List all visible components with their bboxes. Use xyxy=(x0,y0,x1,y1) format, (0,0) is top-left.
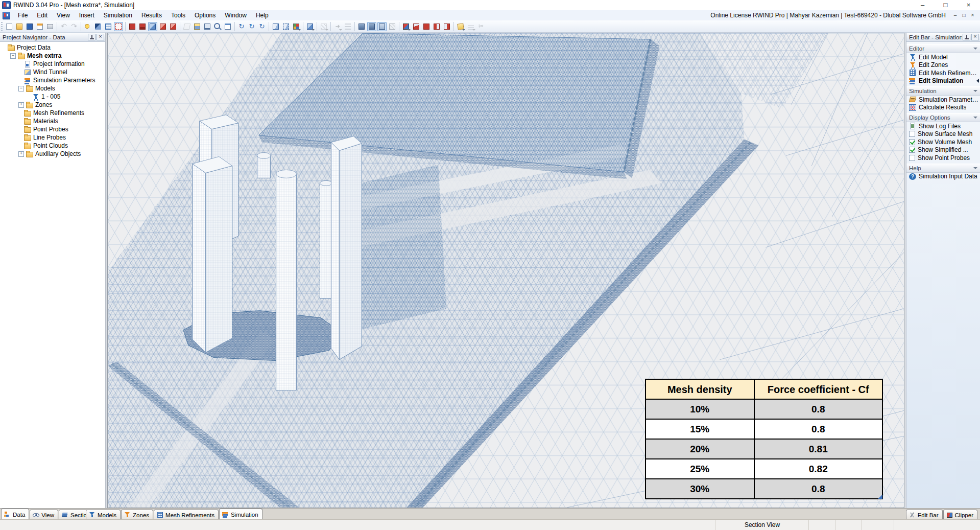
finite-element-grid-icon[interactable] xyxy=(104,22,113,31)
tab-clipper[interactable]: Clipper xyxy=(943,510,977,520)
tree-item-project-data[interactable]: Project Data xyxy=(0,43,105,52)
wind-tunnel-hide-icon[interactable] xyxy=(138,22,147,31)
tree-item-point-clouds[interactable]: Point Clouds xyxy=(0,142,105,150)
close-icon[interactable] xyxy=(97,34,104,40)
tree-item-project-information[interactable]: Project Information xyxy=(0,60,105,68)
open-project-icon[interactable] xyxy=(15,22,24,31)
tab-zones[interactable]: Zones xyxy=(121,510,153,520)
checkbox-show-volume-mesh[interactable] xyxy=(909,139,915,145)
drag-mode-icon[interactable] xyxy=(333,22,342,31)
tree-expander-icon[interactable]: − xyxy=(18,86,24,91)
close-button[interactable]: × xyxy=(957,1,980,10)
tab-mesh-refinements[interactable]: Mesh Refinements xyxy=(154,510,219,520)
tab-models[interactable]: Models xyxy=(86,510,121,520)
volume-mesh-display-icon[interactable] xyxy=(367,22,376,31)
clip-front-icon[interactable] xyxy=(412,22,421,31)
hatch-display-icon[interactable] xyxy=(319,22,328,31)
perspective-view-icon[interactable] xyxy=(281,22,291,31)
clip-left-half-icon[interactable] xyxy=(432,22,441,31)
zone-box-red-2-icon[interactable] xyxy=(169,22,178,31)
tree-expander-icon[interactable]: + xyxy=(18,151,24,157)
display-colors-icon[interactable] xyxy=(292,22,301,31)
solid-display-icon[interactable] xyxy=(305,22,315,31)
menu-simulation[interactable]: Simulation xyxy=(99,11,137,20)
tab-edit-bar[interactable]: Edit Bar xyxy=(906,510,943,520)
mdi-minimize-button[interactable]: – xyxy=(951,12,960,19)
toolbar-grip[interactable] xyxy=(1,22,3,31)
group-header-simulation[interactable]: Simulation xyxy=(906,86,980,96)
checkbox-show-point-probes[interactable] xyxy=(909,155,915,161)
project-navigator-toggle-icon[interactable] xyxy=(35,22,44,31)
redo-icon[interactable] xyxy=(69,22,79,31)
undo-icon[interactable] xyxy=(59,22,68,31)
editbar-item-simulation-input-data[interactable]: Simulation Input Data xyxy=(906,173,980,181)
simplified-mesh-display-icon[interactable] xyxy=(377,22,387,31)
editbar-item-edit-model[interactable]: Edit Model xyxy=(906,53,980,61)
message-log-icon[interactable] xyxy=(223,22,232,31)
zoom-window-icon[interactable] xyxy=(213,22,222,31)
tree-item-zones[interactable]: +Zones xyxy=(0,101,105,109)
menu-insert[interactable]: Insert xyxy=(75,11,99,20)
group-header-editor[interactable]: Editor xyxy=(906,44,980,53)
tab-simulation[interactable]: Simulation xyxy=(219,509,262,520)
checkbox-show-simplified[interactable] xyxy=(909,147,915,153)
close-icon[interactable] xyxy=(971,34,979,40)
background-image-icon[interactable] xyxy=(193,22,202,31)
print-icon[interactable] xyxy=(45,22,55,31)
group-header-help[interactable]: Help xyxy=(906,164,980,173)
tree-item-materials[interactable]: Materials xyxy=(0,117,105,125)
isometric-view-icon[interactable] xyxy=(271,22,280,31)
tree-item-wind-tunnel[interactable]: Wind Tunnel xyxy=(0,68,105,76)
editbar-item-show-simplified[interactable]: Show Simplified ... xyxy=(906,146,980,154)
menu-options[interactable]: Options xyxy=(190,11,220,20)
display-window-icon[interactable] xyxy=(203,22,212,31)
tree-item-1-005[interactable]: 1 - 005 xyxy=(0,93,105,101)
editbar-item-show-point-probes[interactable]: Show Point Probes xyxy=(906,154,980,162)
tab-data[interactable]: Data xyxy=(1,509,29,520)
new-project-icon[interactable] xyxy=(5,22,14,31)
streamlines-icon[interactable] xyxy=(466,22,475,31)
menu-edit[interactable]: Edit xyxy=(32,11,52,20)
zone-box-red-icon[interactable] xyxy=(158,22,168,31)
render-mode-icon[interactable] xyxy=(93,22,103,31)
wind-tunnel-display-icon[interactable] xyxy=(128,22,137,31)
tree-item-simulation-parameters[interactable]: Simulation Parameters xyxy=(0,76,105,84)
editbar-item-edit-simulation[interactable]: Edit Simulation xyxy=(906,77,980,85)
tree-expander-icon[interactable]: + xyxy=(18,102,24,108)
probe-display-icon[interactable] xyxy=(388,22,397,31)
checkbox-show-surface-mesh[interactable] xyxy=(909,131,915,137)
menu-tools[interactable]: Tools xyxy=(166,11,190,20)
tab-view[interactable]: View xyxy=(30,510,58,520)
surface-mesh-display-icon[interactable] xyxy=(357,22,366,31)
menu-help[interactable]: Help xyxy=(251,11,273,20)
restore-button[interactable]: □ xyxy=(934,1,957,10)
menu-window[interactable]: Window xyxy=(220,11,251,20)
editbar-item-show-surface-mesh[interactable]: Show Surface Mesh xyxy=(906,130,980,139)
editbar-item-show-volume-mesh[interactable]: Show Volume Mesh xyxy=(906,138,980,146)
minimize-button[interactable]: – xyxy=(911,1,934,10)
level-display-icon[interactable] xyxy=(343,22,352,31)
tree-item-mesh-refinements[interactable]: Mesh Refinements xyxy=(0,109,105,117)
tree-item-line-probes[interactable]: Line Probes xyxy=(0,133,105,142)
rotate-view-2-icon[interactable] xyxy=(247,22,256,31)
group-header-display-options[interactable]: Display Options xyxy=(906,113,980,122)
tree-item-models[interactable]: −Models xyxy=(0,84,105,93)
mdi-close-button[interactable]: × xyxy=(968,12,977,19)
menu-results[interactable]: Results xyxy=(137,11,166,20)
pin-icon[interactable] xyxy=(963,34,970,40)
clip-solid-icon[interactable] xyxy=(422,22,431,31)
generate-mesh-icon[interactable] xyxy=(83,22,92,31)
clipper-tool-icon[interactable] xyxy=(456,22,465,31)
screenshot-icon[interactable] xyxy=(182,22,192,31)
zone-box-icon[interactable] xyxy=(148,22,157,31)
tree-item-auxiliary-objects[interactable]: +Auxiliary Objects xyxy=(0,150,105,158)
editbar-item-simulation-parameter[interactable]: Simulation Parameter... xyxy=(906,96,980,104)
mdi-restore-button[interactable]: □ xyxy=(960,12,968,19)
rotate-view-3-icon[interactable] xyxy=(257,22,267,31)
collapse-arrow-icon[interactable] xyxy=(976,79,979,83)
editbar-item-calculate-results[interactable]: Calculate Results xyxy=(906,104,980,112)
clipping-box-icon[interactable] xyxy=(401,22,411,31)
tree-item-mesh-extrra[interactable]: −Mesh extrra xyxy=(0,52,105,60)
save-project-icon[interactable] xyxy=(25,22,34,31)
menu-view[interactable]: View xyxy=(52,11,75,20)
